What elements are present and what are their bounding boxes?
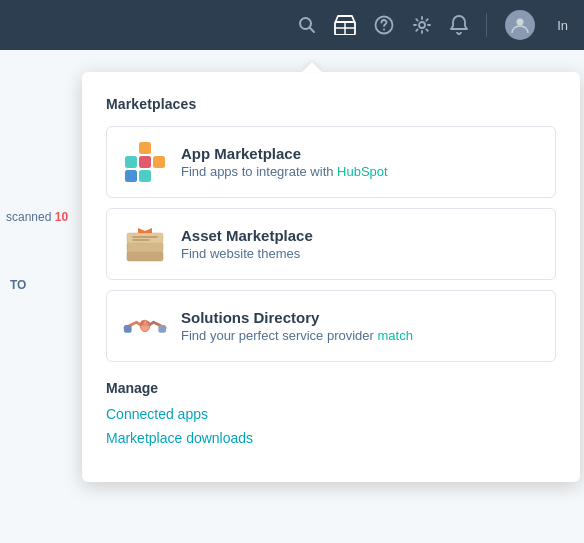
svg-rect-10 — [125, 156, 137, 168]
svg-point-6 — [383, 29, 385, 31]
svg-line-1 — [310, 28, 315, 33]
svg-point-8 — [517, 19, 524, 26]
avatar[interactable] — [505, 10, 535, 40]
svg-rect-9 — [139, 142, 151, 154]
scanned-badge: scanned 10 — [0, 208, 74, 226]
svg-rect-11 — [139, 156, 151, 168]
page-area: scanned 10 TO Marketplaces — [0, 50, 584, 543]
svg-rect-15 — [127, 251, 163, 261]
notifications-icon[interactable] — [450, 15, 468, 35]
app-marketplace-title: App Marketplace — [181, 145, 388, 162]
svg-rect-17 — [127, 233, 163, 243]
marketplace-downloads-link[interactable]: Marketplace downloads — [106, 430, 556, 446]
marketplace-dropdown: Marketplaces — [82, 72, 580, 482]
asset-marketplace-text: Asset Marketplace Find website themes — [181, 227, 313, 261]
app-marketplace-desc: Find apps to integrate with HubSpot — [181, 164, 388, 179]
solutions-directory-title: Solutions Directory — [181, 309, 413, 326]
svg-point-7 — [419, 22, 425, 28]
asset-marketplace-item[interactable]: Asset Marketplace Find website themes — [106, 208, 556, 280]
manage-section: Manage Connected apps Marketplace downlo… — [106, 380, 556, 446]
solutions-directory-text: Solutions Directory Find your perfect se… — [181, 309, 413, 343]
solutions-directory-desc: Find your perfect service provider match — [181, 328, 413, 343]
top-nav: In — [0, 0, 584, 50]
manage-section-title: Manage — [106, 380, 556, 396]
svg-rect-22 — [158, 325, 166, 333]
help-icon[interactable] — [374, 15, 394, 35]
svg-rect-13 — [125, 170, 137, 182]
settings-icon[interactable] — [412, 15, 432, 35]
svg-rect-12 — [153, 156, 165, 168]
connected-apps-link[interactable]: Connected apps — [106, 406, 556, 422]
svg-rect-16 — [127, 242, 163, 252]
left-sidebar: scanned 10 TO — [0, 50, 82, 543]
scanned-count: 10 — [55, 210, 68, 224]
to-label: TO — [10, 278, 26, 292]
marketplace-icon[interactable] — [334, 15, 356, 35]
svg-rect-21 — [124, 325, 132, 333]
asset-marketplace-title: Asset Marketplace — [181, 227, 313, 244]
solutions-directory-item[interactable]: Solutions Directory Find your perfect se… — [106, 290, 556, 362]
marketplaces-section-title: Marketplaces — [106, 96, 556, 112]
app-marketplace-item[interactable]: App Marketplace Find apps to integrate w… — [106, 126, 556, 198]
nav-user-initials: In — [557, 18, 568, 33]
nav-divider — [486, 13, 487, 37]
asset-marketplace-desc: Find website themes — [181, 246, 313, 261]
app-marketplace-icon — [123, 140, 167, 184]
app-marketplace-text: App Marketplace Find apps to integrate w… — [181, 145, 388, 179]
svg-rect-14 — [139, 170, 151, 182]
search-icon[interactable] — [298, 16, 316, 34]
asset-marketplace-icon — [123, 222, 167, 266]
solutions-directory-icon — [123, 304, 167, 348]
